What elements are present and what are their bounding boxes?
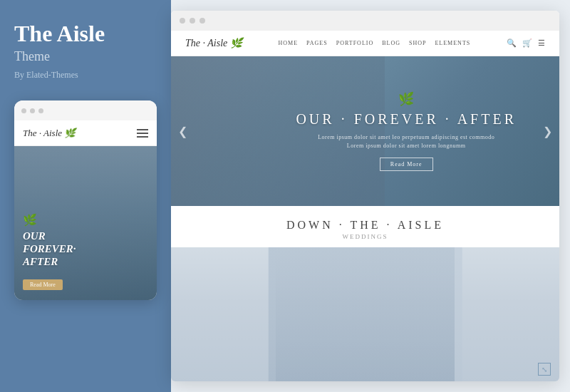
mobile-dot-2 — [30, 108, 35, 113]
mobile-nav: The · Aisle 🌿 — [14, 120, 157, 146]
nav-blog[interactable]: BLOG — [382, 40, 400, 46]
hero-leaf-icon: 🌿 — [296, 91, 517, 107]
hero-read-more-button[interactable]: Read More — [380, 158, 433, 171]
wedding-side-right — [455, 247, 559, 381]
section-title: DOWN · THE · AISLE — [286, 219, 444, 232]
mobile-read-more-button[interactable]: Read More — [23, 279, 63, 290]
mobile-hero: 🌿 OUR FOREVER· AFTER Read More — [14, 146, 157, 300]
nav-pages[interactable]: PAGES — [306, 40, 328, 46]
browser-mockup: The · Aisle 🌿 HOME PAGES PORTFOLIO BLOG … — [171, 11, 559, 381]
mobile-logo: The · Aisle 🌿 — [23, 128, 76, 139]
hamburger-line-3 — [137, 136, 148, 138]
corner-arrows-icon: ⤡ — [542, 366, 547, 373]
mobile-dot-3 — [38, 108, 43, 113]
menu-icon[interactable]: ☰ — [538, 38, 545, 48]
nav-shop[interactable]: SHOP — [409, 40, 426, 46]
hero-subtitle: Lorem ipsum dolor sit amet leo perpetuum… — [296, 133, 517, 150]
browser-content: The · Aisle 🌿 HOME PAGES PORTFOLIO BLOG … — [171, 31, 559, 381]
mobile-dot-1 — [21, 108, 26, 113]
section-subtitle: Weddings — [343, 233, 388, 240]
nav-portfolio[interactable]: PORTFOLIO — [336, 40, 374, 46]
browser-top-bar — [171, 11, 559, 31]
cart-icon[interactable]: 🛒 — [522, 38, 532, 48]
nav-home[interactable]: HOME — [279, 40, 299, 46]
wedding-side-left — [171, 247, 276, 381]
wedding-photo-section: ⤡ — [171, 247, 559, 381]
hamburger-line-1 — [137, 129, 148, 130]
wedding-photo-bg — [171, 247, 559, 381]
theme-title: The Aisle Theme By Elated-Themes — [14, 21, 157, 81]
nav-elements[interactable]: ELEMENTS — [435, 40, 470, 46]
nav-links[interactable]: HOME PAGES PORTFOLIO BLOG SHOP ELEMENTS — [279, 40, 471, 46]
hero-next-button[interactable]: ❯ — [543, 125, 552, 138]
browser-dot-1 — [180, 18, 185, 24]
browser-dot-3 — [200, 18, 205, 24]
expand-icon[interactable]: ⤡ — [538, 363, 551, 376]
hamburger-icon[interactable] — [137, 129, 148, 138]
left-panel: The Aisle Theme By Elated-Themes The · A… — [0, 0, 171, 392]
right-panel: The · Aisle 🌿 HOME PAGES PORTFOLIO BLOG … — [171, 0, 570, 392]
theme-author: By Elated-Themes — [14, 70, 157, 81]
mobile-top-bar — [14, 100, 157, 120]
search-icon[interactable]: 🔍 — [507, 38, 517, 48]
hamburger-line-2 — [137, 133, 148, 134]
hero-text-area: 🌿 OUR · FOREVER · AFTER Lorem ipsum dolo… — [296, 91, 517, 171]
desktop-nav: The · Aisle 🌿 HOME PAGES PORTFOLIO BLOG … — [171, 31, 559, 56]
desktop-logo: The · Aisle 🌿 — [185, 37, 242, 49]
wedding-couple — [268, 247, 462, 381]
mobile-mockup: The · Aisle 🌿 🌿 OUR FOREVER· AFTER Read … — [14, 100, 157, 300]
desktop-middle-section: DOWN · THE · AISLE Weddings — [171, 206, 559, 247]
mobile-hero-title: OUR FOREVER· AFTER — [23, 229, 76, 268]
desktop-hero: ❮ 🌿 OUR · FOREVER · AFTER Lorem ipsum do… — [171, 56, 559, 206]
theme-subtitle: Theme — [14, 49, 157, 64]
browser-dot-2 — [190, 18, 195, 24]
mobile-hero-content: 🌿 OUR FOREVER· AFTER — [23, 213, 76, 268]
mobile-leaf-icon: 🌿 — [23, 213, 76, 227]
hero-prev-button[interactable]: ❮ — [178, 125, 187, 138]
hero-main-title: OUR · FOREVER · AFTER — [296, 111, 517, 128]
nav-icons: 🔍 🛒 ☰ — [507, 38, 545, 48]
